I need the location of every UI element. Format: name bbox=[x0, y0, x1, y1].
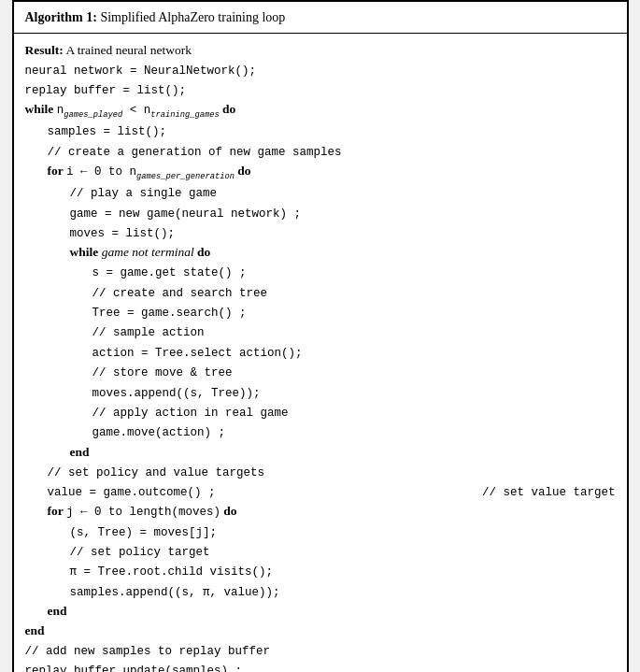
line-end-for-j: end bbox=[25, 602, 616, 622]
line-end-for-i: end bbox=[25, 622, 616, 641]
line-comment-action: // sample action bbox=[25, 322, 616, 342]
line-comment-create: // create a generation of new game sampl… bbox=[25, 142, 616, 162]
samples-code: samples = list(); bbox=[48, 125, 167, 138]
do-keyword-i: do bbox=[235, 164, 251, 178]
line-while-outer: while ngames_played < ntraining_games do bbox=[25, 100, 616, 122]
line-replay-buffer: replay buffer = list(); bbox=[25, 80, 616, 100]
comment-store-text: // store move & tree bbox=[92, 366, 233, 379]
moves-append-code: moves.append((s, Tree)); bbox=[92, 387, 261, 400]
value-assign-code: value = game.outcome() ; bbox=[48, 486, 216, 499]
value-right-comment: // set value target bbox=[482, 484, 616, 502]
end-keyword-i: end bbox=[25, 623, 45, 637]
comment-play-text: // play a single game bbox=[70, 187, 218, 200]
algorithm-title: Simplified AlphaZero training loop bbox=[100, 10, 285, 24]
comment-create-text: // create a generation of new game sampl… bbox=[48, 146, 342, 159]
line-result: Result: A trained neural network bbox=[25, 41, 616, 61]
replay-update-code: replay buffer.update(samples) ; bbox=[25, 665, 243, 672]
algorithm-label: Algorithm 1: bbox=[25, 10, 97, 24]
comment-search-text: // create and search tree bbox=[92, 287, 268, 300]
action-assign-code: action = Tree.select action(); bbox=[92, 347, 303, 360]
while-inner-keyword: while bbox=[70, 245, 102, 259]
line-comment-add-samples: // add new samples to replay buffer bbox=[25, 641, 616, 661]
end-keyword-inner: end bbox=[70, 445, 90, 459]
do-keyword-inner: do bbox=[194, 245, 211, 259]
while-condition: ngames_played < ntraining_games bbox=[57, 104, 220, 117]
pi-assign-code: π = Tree.root.child visits(); bbox=[70, 565, 274, 579]
line-for-j: for j ← 0 to length(moves) do bbox=[25, 502, 616, 522]
algorithm-container: Algorithm 1: Simplified AlphaZero traini… bbox=[12, 0, 629, 672]
line-comment-policy-target: // set policy target bbox=[25, 542, 616, 562]
game-move-code: game.move(action) ; bbox=[92, 426, 226, 439]
tree-assign-code: Tree = game.search() ; bbox=[92, 307, 247, 320]
for-keyword-j: for bbox=[48, 504, 66, 518]
line-while-inner: while game not terminal do bbox=[25, 243, 616, 263]
do-keyword-j: do bbox=[220, 504, 237, 518]
result-text: A trained neural network bbox=[65, 43, 192, 57]
line-game-assign: game = new game(neural network) ; bbox=[25, 204, 616, 223]
line-end-while-inner: end bbox=[25, 443, 616, 463]
line-moves: moves = list(); bbox=[25, 223, 616, 243]
comment-policy-target-text: // set policy target bbox=[70, 546, 210, 559]
while-keyword: while bbox=[25, 102, 57, 116]
replay-buffer-code: replay buffer = list(); bbox=[25, 84, 187, 97]
comment-apply-text: // apply action in real game bbox=[92, 407, 289, 420]
line-for-i: for i ← 0 to ngames_per_generation do bbox=[25, 162, 616, 183]
neural-network-code: neural network = NeuralNetwork(); bbox=[25, 64, 257, 78]
s-tree-code: (s, Tree) = moves[j]; bbox=[70, 526, 218, 539]
samples-append-code: samples.append((s, π, value)); bbox=[70, 586, 280, 599]
line-s-assign: s = game.get state() ; bbox=[25, 263, 616, 282]
line-tree-assign: Tree = game.search() ; bbox=[25, 303, 616, 322]
for-i-condition: i ← 0 to ngames_per_generation bbox=[66, 165, 235, 179]
line-moves-append: moves.append((s, Tree)); bbox=[25, 383, 616, 403]
while-inner-condition: game not terminal bbox=[102, 245, 194, 259]
line-comment-play: // play a single game bbox=[25, 183, 616, 203]
moves-code: moves = list(); bbox=[70, 227, 176, 240]
s-assign-code: s = game.get state() ; bbox=[92, 266, 247, 279]
line-comment-policy: // set policy and value targets bbox=[25, 463, 616, 482]
line-comment-apply: // apply action in real game bbox=[25, 403, 616, 422]
result-keyword: Result: bbox=[25, 43, 64, 57]
line-replay-update: replay buffer.update(samples) ; bbox=[25, 661, 616, 672]
do-keyword: do bbox=[220, 102, 236, 116]
line-game-move: game.move(action) ; bbox=[25, 422, 616, 442]
line-comment-store: // store move & tree bbox=[25, 363, 616, 382]
line-comment-search: // create and search tree bbox=[25, 283, 616, 303]
line-samples: samples = list(); bbox=[25, 122, 616, 141]
line-s-tree-assign: (s, Tree) = moves[j]; bbox=[25, 522, 616, 542]
for-keyword-i: for bbox=[48, 164, 66, 178]
algorithm-header: Algorithm 1: Simplified AlphaZero traini… bbox=[14, 2, 627, 34]
line-pi-assign: π = Tree.root.child visits(); bbox=[25, 562, 616, 581]
line-action-assign: action = Tree.select action(); bbox=[25, 343, 616, 363]
line-value-assign: value = game.outcome() ; // set value ta… bbox=[25, 482, 616, 502]
comment-add-samples-text: // add new samples to replay buffer bbox=[25, 645, 271, 658]
end-keyword-j: end bbox=[48, 604, 67, 618]
comment-policy-text: // set policy and value targets bbox=[48, 466, 265, 479]
line-samples-append: samples.append((s, π, value)); bbox=[25, 582, 616, 602]
line-neural-network: neural network = NeuralNetwork(); bbox=[25, 61, 616, 80]
for-j-condition: j ← 0 to length(moves) bbox=[66, 506, 220, 519]
algorithm-body: Result: A trained neural network neural … bbox=[14, 34, 627, 672]
game-assign-code: game = new game(neural network) ; bbox=[70, 207, 302, 221]
comment-action-text: // sample action bbox=[92, 326, 205, 339]
